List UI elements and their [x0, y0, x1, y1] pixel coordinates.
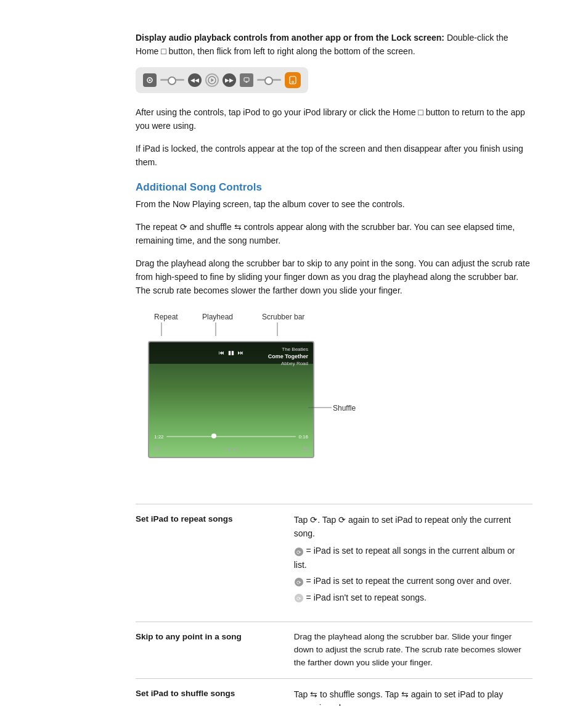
- info-table: Set iPad to repeat songs Tap ⟳. Tap ⟳ ag…: [136, 504, 533, 706]
- para-repeat-shuffle: The repeat ⟳ and shuffle ⇆ controls appe…: [136, 220, 533, 248]
- svg-point-7: [292, 81, 294, 83]
- svg-rect-4: [244, 78, 249, 81]
- label-repeat: Repeat: [154, 313, 178, 321]
- svg-text:⟳: ⟳: [296, 549, 301, 556]
- rewind-icon: ◀◀: [188, 73, 202, 87]
- locked-text: If iPad is locked, the controls appear a…: [136, 144, 523, 167]
- ipad-screen: ⏮ ▮▮ ⏭ The Beatles Come Together Abbey R…: [148, 341, 314, 458]
- table-row: Set iPad to shuffle songs Tap ⇆ to shuff…: [136, 678, 533, 706]
- remaining-time: 0:16: [298, 434, 308, 440]
- ipad-screen-container: ⏮ ▮▮ ⏭ The Beatles Come Together Abbey R…: [148, 341, 314, 458]
- repeat-btn: ⟳: [154, 445, 160, 453]
- song-info: The Beatles Come Together Abbey Road: [268, 346, 308, 367]
- shuffle-line: [308, 407, 333, 408]
- svg-text:⟳: ⟳: [296, 596, 301, 602]
- label-playhead: Playhead: [202, 313, 233, 321]
- scrub-slider: [257, 79, 281, 81]
- intro-bold: Display audio playback controls from ano…: [136, 33, 444, 43]
- svg-marker-3: [211, 78, 214, 82]
- table-row: Skip to any point in a song Drag the pla…: [136, 622, 533, 679]
- elapsed-time: 1:22: [154, 434, 164, 440]
- volume-slider: [160, 79, 184, 81]
- callout-lines: [148, 322, 487, 341]
- page-content: Display audio playback controls from ano…: [0, 0, 588, 706]
- svg-point-1: [149, 79, 151, 81]
- description-cell: Tap ⟳. Tap ⟳ again to set iPad to repeat…: [287, 504, 533, 622]
- section-title: Additional Song Controls: [136, 181, 533, 194]
- airplay-icon: [240, 73, 253, 87]
- action-cell: Skip to any point in a song: [136, 622, 287, 679]
- settings-icon: [143, 73, 157, 87]
- scrubber-area: 1:22 0:16: [149, 434, 313, 440]
- song-album: Abbey Road: [268, 360, 308, 367]
- song-title: Come Together: [268, 353, 308, 361]
- play-icon: [205, 73, 219, 87]
- song-artist: The Beatles: [268, 346, 308, 353]
- action-cell: Set iPad to shuffle songs: [136, 678, 287, 706]
- song-number: 1 of 17: [224, 446, 239, 452]
- ipod-icon: [285, 72, 301, 88]
- bottom-controls: ⟳ 1 of 17 ⇆: [149, 445, 313, 453]
- after-controls-paragraph: After using the controls, tap iPod to go…: [136, 105, 533, 133]
- svg-text:⟳: ⟳: [296, 580, 301, 586]
- label-shuffle: Shuffle: [333, 404, 356, 413]
- intro-paragraph: Display audio playback controls from ano…: [136, 31, 533, 59]
- table-row: Set iPad to repeat songs Tap ⟳. Tap ⟳ ag…: [136, 504, 533, 622]
- para-drag-playhead: Drag the playhead along the scrubber bar…: [136, 257, 533, 298]
- description-cell: Drag the playhead along the scrubber bar…: [287, 622, 533, 679]
- locked-paragraph: If iPad is locked, the controls appear a…: [136, 142, 533, 170]
- scrubber-bar: [166, 436, 296, 437]
- shuffle-btn: ⇆: [303, 445, 308, 453]
- section-subtitle: From the Now Playing screen, tap the alb…: [136, 197, 533, 211]
- description-cell: Tap ⇆ to shuffle songs. Tap ⇆ again to s…: [287, 678, 533, 706]
- controls-image: ◀◀ ▶▶: [136, 67, 308, 93]
- after-controls-text: After using the controls, tap iPod to go…: [136, 107, 525, 131]
- forward-icon: ▶▶: [223, 73, 236, 87]
- diagram-area: Repeat Playhead Scrubber bar ⏮ ▮▮ ⏭: [148, 313, 487, 479]
- label-scrubber: Scrubber bar: [262, 313, 304, 321]
- action-cell: Set iPad to repeat songs: [136, 504, 287, 622]
